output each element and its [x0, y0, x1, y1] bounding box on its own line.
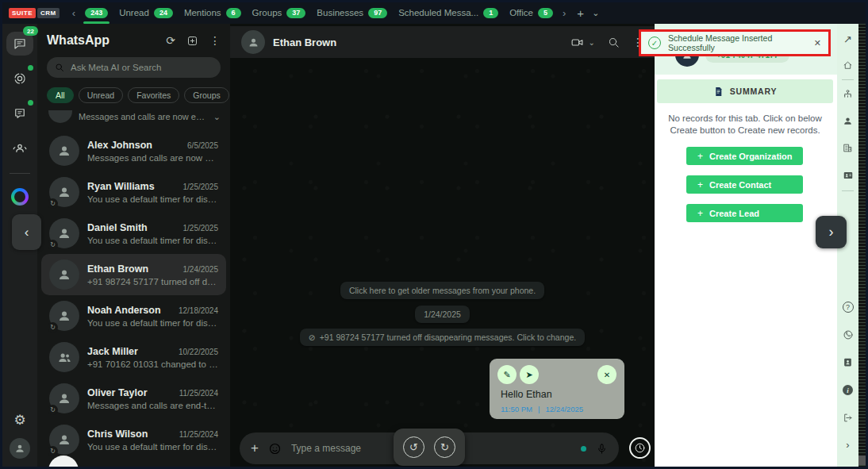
mic-icon[interactable] — [596, 443, 608, 455]
scheduled-time: 11:50 PM — [501, 405, 532, 413]
new-chat-icon[interactable] — [186, 35, 198, 47]
video-call-icon[interactable] — [570, 36, 584, 49]
create-organization-button[interactable]: + Create Organization — [686, 147, 803, 165]
nav-meta-ai-button[interactable] — [6, 185, 33, 209]
disappearing-timer-icon: ↻ — [48, 446, 58, 456]
help-icon[interactable]: ? — [837, 302, 858, 313]
chat-date: 6/5/2025 — [187, 141, 218, 150]
cancel-scheduled-message-button[interactable]: ✕ — [597, 365, 616, 384]
communities-icon — [12, 140, 28, 156]
chat-row-oliver-taylor[interactable]: ↻ Oliver Taylor11/25/2024 Messages and c… — [41, 378, 226, 419]
tab-scheduled-messages[interactable]: Scheduled Messa... 1 — [397, 5, 500, 22]
tab-office[interactable]: Office 5 — [508, 5, 555, 22]
chat-row-ryan-williams[interactable]: ↻ Ryan Williams1/25/2025 You use a defau… — [41, 171, 226, 213]
system-message[interactable]: ⊘ +91 98724 57177 turned off disappearin… — [300, 329, 585, 346]
empty-state-text: No records for this tab. Click on below … — [659, 113, 831, 136]
search-in-chat-icon[interactable] — [608, 37, 620, 48]
chat-row-jack-miller[interactable]: Jack Miller10/22/2025 +91 70162 01031 ch… — [41, 336, 226, 378]
schedule-message-clock-button[interactable] — [629, 437, 651, 459]
avatar — [49, 259, 79, 290]
status-icon — [13, 71, 27, 86]
encryption-banner[interactable]: Messages and calls are now en... ⌄ — [37, 106, 230, 127]
page-minimap-scrollbar[interactable] — [858, 24, 866, 467]
contact-avatar[interactable] — [241, 30, 265, 54]
tab-unread[interactable]: Unread 24 — [117, 5, 175, 22]
tabs-scroll-left-icon[interactable]: ‹ — [72, 8, 75, 18]
rail-chevron-right-icon[interactable]: › — [837, 439, 858, 451]
info-icon[interactable]: i — [837, 385, 858, 395]
summary-button[interactable]: SUMMARY — [657, 79, 833, 103]
refresh-icon[interactable]: ⟳ — [166, 34, 175, 47]
filter-unread[interactable]: Unread — [79, 87, 123, 103]
call-options-chevron-down-icon[interactable]: ⌄ — [589, 38, 595, 47]
chat-row-alex-johnson[interactable]: Alex Johnson6/5/2025 Messages and calls … — [41, 130, 226, 171]
disappearing-timer-icon: ↻ — [48, 198, 58, 209]
tab-mentions[interactable]: Mentions 6 — [182, 5, 243, 22]
nav-status-button[interactable] — [6, 67, 33, 90]
filter-groups[interactable]: Groups — [184, 87, 229, 103]
sidebar-collapse-button[interactable]: ‹ — [12, 214, 41, 250]
whatsapp-icon[interactable] — [837, 329, 858, 340]
nav-channels-button[interactable] — [6, 102, 33, 125]
tabs-scroll-right-icon[interactable]: › — [563, 8, 566, 18]
crm-panel-expand-button[interactable]: › — [816, 216, 847, 248]
tabs-menu-chevron-down-icon[interactable]: ⌄ — [592, 8, 599, 18]
organization-building-icon[interactable] — [837, 143, 858, 153]
person-icon — [57, 391, 71, 406]
filter-all[interactable]: All — [47, 87, 74, 103]
redo-button[interactable]: ↻ — [434, 436, 455, 458]
tab-office-count-badge: 5 — [538, 8, 553, 19]
add-tab-button[interactable]: + — [577, 6, 584, 20]
tab-groups[interactable]: Groups 37 — [251, 5, 308, 22]
nav-chats-button[interactable]: 22 — [6, 32, 33, 56]
person-icon — [57, 309, 71, 323]
avatar — [49, 136, 79, 166]
create-lead-button[interactable]: + Create Lead — [686, 204, 803, 222]
chat-name: Ethan Brown — [87, 263, 179, 275]
crm-side-panel: +91 74047 47177 SUMMARY No records for t… — [655, 24, 837, 467]
conversation-panel: Ethan Brown ⌄ ⋮ Click here to get older … — [230, 24, 655, 467]
tab-all-chats[interactable]: 243 — [83, 5, 109, 22]
avatar: ↻ — [49, 218, 79, 248]
profile-avatar[interactable] — [10, 438, 30, 459]
chat-preview: Messages and calls are now end-to... — [87, 153, 218, 163]
search-input[interactable] — [71, 63, 213, 72]
scrollbar-thumb[interactable] — [858, 456, 866, 465]
contact-card-icon[interactable] — [837, 170, 858, 181]
contact-name: Ethan Brown — [273, 37, 563, 48]
nav-communities-button[interactable] — [6, 136, 33, 160]
address-book-icon[interactable] — [837, 357, 858, 367]
menu-kebab-icon[interactable]: ⋮ — [209, 34, 221, 47]
edit-scheduled-message-button[interactable]: ✎ — [497, 365, 517, 384]
scheduled-message-text: Hello Ethan — [501, 389, 552, 400]
toast-close-icon[interactable]: ✕ — [814, 38, 821, 48]
hierarchy-icon[interactable] — [837, 89, 858, 99]
chat-row-noah-anderson[interactable]: ↻ Noah Anderson12/18/2024 You use a defa… — [41, 295, 226, 336]
settings-gear-icon[interactable]: ⚙ — [13, 412, 25, 429]
contact-person-icon[interactable] — [837, 116, 858, 126]
home-icon[interactable] — [837, 60, 858, 71]
app-logo: SUITE CRM — [9, 8, 60, 18]
attach-plus-icon[interactable]: + — [251, 440, 259, 456]
meta-ai-icon — [11, 188, 29, 206]
undo-button[interactable]: ↺ — [403, 436, 424, 458]
chat-row-daniel-smith[interactable]: ↻ Daniel Smith1/25/2025 You use a defaul… — [41, 213, 226, 254]
send-scheduled-message-button[interactable]: ➤ — [520, 365, 539, 384]
logout-icon[interactable] — [837, 413, 858, 423]
chat-row-chris-wilson[interactable]: ↻ Chris Wilson11/25/2024 You use a defau… — [41, 419, 226, 460]
conversation-header[interactable]: Ethan Brown ⌄ ⋮ — [230, 26, 655, 58]
filter-favorites[interactable]: Favorites — [128, 87, 179, 103]
avatar: ↻ — [49, 177, 79, 207]
emoji-sticker-icon[interactable] — [268, 442, 282, 456]
search-bar[interactable] — [47, 57, 221, 78]
tab-businesses[interactable]: Businesses 97 — [315, 5, 389, 22]
open-in-crm-arrow-icon[interactable]: ↗ — [837, 33, 858, 45]
summary-label: SUMMARY — [730, 86, 777, 96]
chat-list-panel: WhatsApp ⟳ ⋮ All Unread Favorites Groups… — [37, 24, 230, 467]
tab-businesses-label: Businesses — [317, 8, 363, 17]
create-contact-button[interactable]: + Create Contact — [686, 175, 803, 194]
banner-chevron-down-icon[interactable]: ⌄ — [213, 112, 221, 122]
panel-title: WhatsApp — [47, 33, 166, 48]
older-messages-notice[interactable]: Click here to get older messages from yo… — [340, 282, 544, 299]
chat-row-ethan-brown[interactable]: Ethan Brown1/24/2025 +91 98724 57177 tur… — [41, 254, 226, 295]
